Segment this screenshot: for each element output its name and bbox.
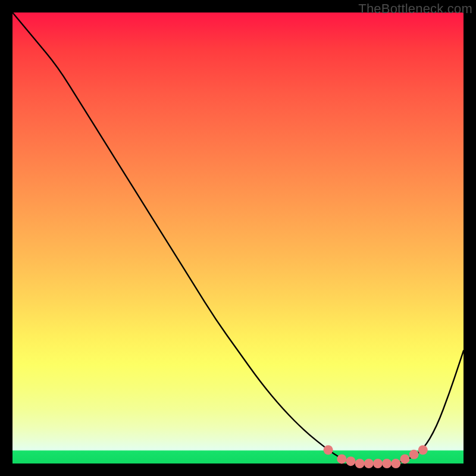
chart-stage: TheBottleneck.com xyxy=(0,0,476,476)
plot-background xyxy=(12,12,464,464)
